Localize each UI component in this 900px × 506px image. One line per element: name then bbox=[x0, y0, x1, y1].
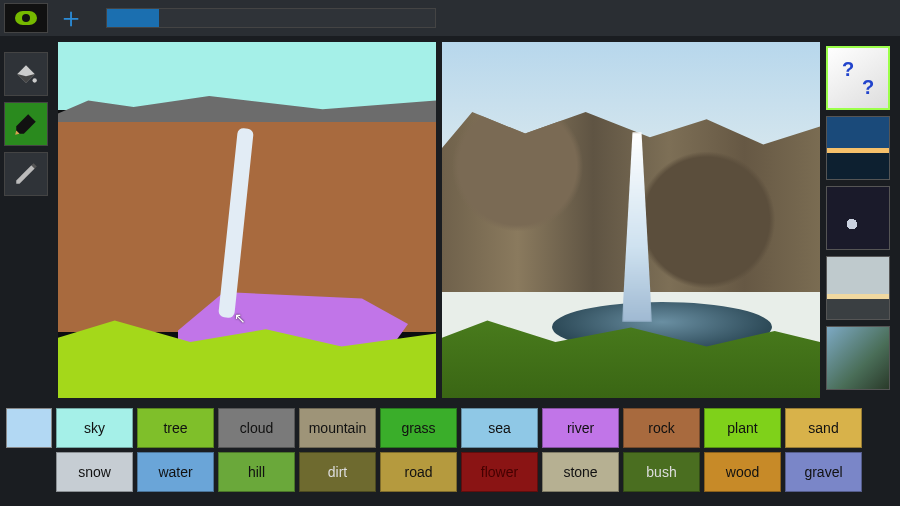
tool-column bbox=[4, 42, 52, 398]
svg-point-0 bbox=[33, 78, 37, 82]
swatch-hill[interactable]: hill bbox=[218, 452, 295, 492]
segmentation-canvas[interactable]: ↖ bbox=[58, 42, 436, 398]
render-output bbox=[442, 42, 820, 398]
palette-row-1: skytreecloudmountaingrassseariverrockpla… bbox=[6, 408, 896, 448]
swatch-flower[interactable]: flower bbox=[461, 452, 538, 492]
nvidia-logo bbox=[4, 3, 48, 33]
swatch-water[interactable]: water bbox=[137, 452, 214, 492]
palette-row-2: snowwaterhilldirtroadflowerstonebushwood… bbox=[6, 452, 896, 492]
seg-region-sky bbox=[58, 42, 436, 110]
swatch-gravel[interactable]: gravel bbox=[785, 452, 862, 492]
brush-icon bbox=[13, 111, 39, 137]
thumb-style-2[interactable] bbox=[826, 186, 890, 250]
swatch-dirt[interactable]: dirt bbox=[299, 452, 376, 492]
thumb-style-4[interactable] bbox=[826, 326, 890, 390]
progress-fill bbox=[107, 9, 159, 27]
main-row: ↖ bbox=[0, 36, 900, 404]
swatch-sky[interactable]: sky bbox=[56, 408, 133, 448]
thumb-random-dice[interactable] bbox=[826, 46, 890, 110]
swatch-sea[interactable]: sea bbox=[461, 408, 538, 448]
swatch-bush[interactable]: bush bbox=[623, 452, 700, 492]
cursor-icon: ↖ bbox=[234, 310, 246, 326]
pencil-tool[interactable] bbox=[4, 152, 48, 196]
thumb-style-3[interactable] bbox=[826, 256, 890, 320]
style-thumbnails bbox=[826, 42, 896, 398]
bucket-icon bbox=[13, 61, 39, 87]
brush-tool[interactable] bbox=[4, 102, 48, 146]
swatch-snow[interactable]: snow bbox=[56, 452, 133, 492]
current-color-swatch[interactable] bbox=[6, 408, 52, 448]
add-button[interactable]: ＋ bbox=[52, 3, 90, 33]
swatch-river[interactable]: river bbox=[542, 408, 619, 448]
swatch-stone[interactable]: stone bbox=[542, 452, 619, 492]
thumb-style-1[interactable] bbox=[826, 116, 890, 180]
swatch-plant[interactable]: plant bbox=[704, 408, 781, 448]
swatch-grass[interactable]: grass bbox=[380, 408, 457, 448]
swatch-mountain[interactable]: mountain bbox=[299, 408, 376, 448]
swatch-cloud[interactable]: cloud bbox=[218, 408, 295, 448]
nvidia-eye-icon bbox=[15, 11, 37, 25]
canvas-area: ↖ bbox=[58, 42, 820, 398]
pencil-icon bbox=[13, 161, 39, 187]
top-bar: ＋ bbox=[0, 0, 900, 36]
progress-bar[interactable] bbox=[106, 8, 436, 28]
swatch-sand[interactable]: sand bbox=[785, 408, 862, 448]
swatch-wood[interactable]: wood bbox=[704, 452, 781, 492]
material-palette: skytreecloudmountaingrassseariverrockpla… bbox=[0, 404, 900, 498]
swatch-road[interactable]: road bbox=[380, 452, 457, 492]
fill-tool[interactable] bbox=[4, 52, 48, 96]
swatch-rock[interactable]: rock bbox=[623, 408, 700, 448]
swatch-tree[interactable]: tree bbox=[137, 408, 214, 448]
